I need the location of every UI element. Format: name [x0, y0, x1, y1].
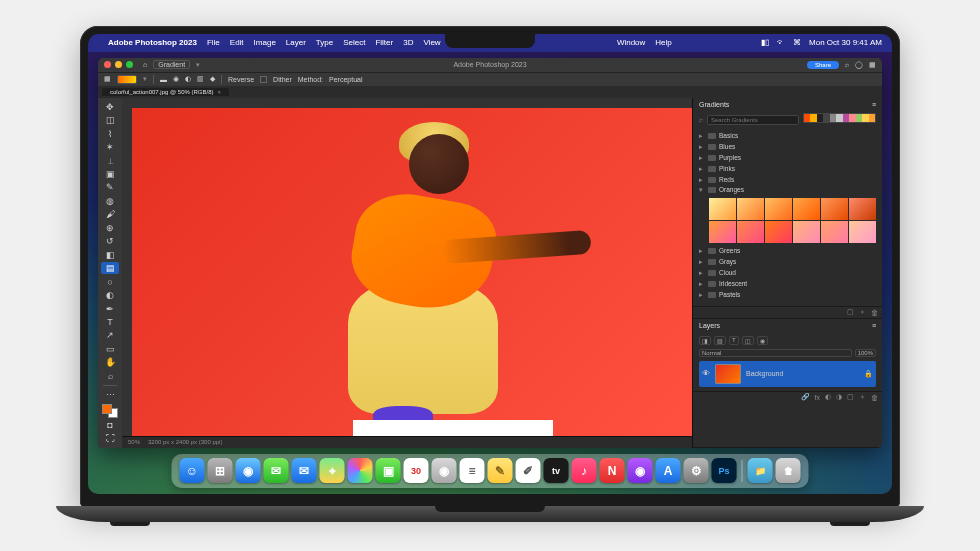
tool-move[interactable]: ✥	[101, 101, 119, 113]
group-icon[interactable]: ▢	[847, 393, 854, 401]
dock-photos[interactable]	[348, 458, 373, 483]
zoom-level[interactable]: 50%	[128, 439, 140, 445]
grad-radial-icon[interactable]: ◉	[173, 75, 179, 83]
dock-safari[interactable]: ◉	[236, 458, 261, 483]
menu-layer[interactable]: Layer	[286, 38, 306, 47]
folder-basics[interactable]: ▸Basics	[699, 131, 876, 141]
dock-tv[interactable]: tv	[544, 458, 569, 483]
menu-select[interactable]: Select	[343, 38, 365, 47]
menu-filter[interactable]: Filter	[375, 38, 393, 47]
tool-eyedrop[interactable]: ✎	[101, 181, 119, 193]
grad-diamond-icon[interactable]: ◆	[210, 75, 215, 83]
panel-menu-icon[interactable]: ≡	[872, 101, 876, 108]
gradients-panel-title[interactable]: Gradients	[699, 101, 729, 108]
grad-reflect-icon[interactable]: ▥	[197, 75, 204, 83]
layers-panel-title[interactable]: Layers	[699, 322, 720, 329]
tool-marquee[interactable]: ◫	[101, 114, 119, 126]
wifi-icon[interactable]: ᯤ	[777, 38, 785, 47]
menu-type[interactable]: Type	[316, 38, 333, 47]
folder-pastels[interactable]: ▸Pastels	[699, 290, 876, 300]
checkbox-icon[interactable]	[260, 76, 267, 83]
dock-finder[interactable]: ☺	[180, 458, 205, 483]
trash-icon[interactable]: 🗑	[871, 309, 878, 316]
gradient-thumbnail[interactable]	[737, 221, 764, 243]
dock-folder[interactable]: 📁	[748, 458, 773, 483]
share-button[interactable]: Share	[807, 61, 839, 69]
gradient-thumbnail[interactable]	[849, 221, 876, 243]
chevron-down-icon[interactable]: ▾	[196, 61, 200, 69]
mask-icon[interactable]: ◐	[825, 393, 831, 401]
layer-filter-row[interactable]: ◨▥T◫◉	[699, 336, 876, 345]
help-icon[interactable]: ◯	[855, 61, 863, 69]
gradient-thumbnail[interactable]	[793, 198, 820, 220]
panel-menu-icon[interactable]: ≡	[872, 322, 876, 329]
doc-info[interactable]: 3200 px x 2400 px (300 ppi)	[148, 439, 222, 445]
tool-lasso[interactable]: ⌇	[101, 127, 119, 139]
search-icon[interactable]: ⌕	[845, 61, 849, 68]
tool-preset-icon[interactable]: ▦	[104, 75, 111, 83]
zoom-button[interactable]	[126, 61, 133, 68]
adjust-icon[interactable]: ◑	[836, 393, 842, 401]
tool-quickmask[interactable]: ◘	[101, 419, 119, 431]
dock-music[interactable]: ♪	[572, 458, 597, 483]
gradient-thumbnail[interactable]	[765, 221, 792, 243]
menu-view[interactable]: View	[423, 38, 440, 47]
menubar-app-name[interactable]: Adobe Photoshop 2023	[108, 38, 197, 47]
dock-calendar[interactable]: 30	[404, 458, 429, 483]
dock-reminders[interactable]: ≡	[460, 458, 485, 483]
gradient-thumbnail[interactable]	[709, 221, 736, 243]
gradient-preview-swatch[interactable]	[117, 75, 137, 84]
opt-dither[interactable]: Dither	[273, 76, 292, 83]
tool-crop[interactable]: ⟂	[101, 154, 119, 166]
dock-launchpad[interactable]: ⊞	[208, 458, 233, 483]
gradient-thumbnail[interactable]	[709, 198, 736, 220]
menu-file[interactable]: File	[207, 38, 220, 47]
folder-greens[interactable]: ▸Greens	[699, 246, 876, 256]
layer-name[interactable]: Background	[746, 370, 783, 377]
layer-thumbnail[interactable]	[715, 364, 741, 384]
canvas[interactable]	[132, 108, 692, 436]
menu-window[interactable]: Window	[617, 38, 645, 47]
gradient-thumbnail[interactable]	[793, 221, 820, 243]
dock-notes[interactable]: ✎	[488, 458, 513, 483]
battery-icon[interactable]: ▮▯	[761, 38, 769, 47]
gradient-quick-strip[interactable]	[803, 113, 876, 123]
dock-news[interactable]: N	[600, 458, 625, 483]
new-layer-icon[interactable]: ＋	[859, 392, 866, 402]
tool-dodge[interactable]: ◐	[101, 289, 119, 301]
chevron-down-icon[interactable]: ▾	[143, 75, 147, 83]
tool-wand[interactable]: ✶	[101, 141, 119, 153]
dock-maps[interactable]: ⌖	[320, 458, 345, 483]
gradient-thumbnail[interactable]	[765, 198, 792, 220]
dock-photoshop[interactable]: Ps	[712, 458, 737, 483]
menu-edit[interactable]: Edit	[230, 38, 244, 47]
dock-settings[interactable]: ⚙	[684, 458, 709, 483]
gradient-thumbnail[interactable]	[737, 198, 764, 220]
menubar-clock[interactable]: Mon Oct 30 9:41 AM	[809, 38, 882, 47]
workspace-icon[interactable]: ▦	[869, 61, 876, 69]
tool-blur[interactable]: ○	[101, 275, 119, 287]
gradient-thumbnail[interactable]	[821, 221, 848, 243]
dock-messages[interactable]: ✉	[264, 458, 289, 483]
dock-trash[interactable]: 🗑	[776, 458, 801, 483]
tool-stamp[interactable]: ⊕	[101, 222, 119, 234]
menu-help[interactable]: Help	[655, 38, 671, 47]
ruler-vertical[interactable]	[122, 108, 132, 436]
tool-zoom[interactable]: ⌕	[101, 370, 119, 382]
dock-mail[interactable]: ✉	[292, 458, 317, 483]
tool-screenmode[interactable]: ⛶	[101, 432, 119, 444]
menu-3d[interactable]: 3D	[403, 38, 413, 47]
gradient-thumbnail[interactable]	[849, 198, 876, 220]
folder-oranges[interactable]: ▾ Oranges	[699, 185, 876, 195]
folder-new-icon[interactable]: ▢	[847, 308, 854, 316]
folder-cloud[interactable]: ▸Cloud	[699, 268, 876, 278]
dock-podcasts[interactable]: ◉	[628, 458, 653, 483]
blend-mode[interactable]: Normal	[699, 349, 852, 357]
tool-pen[interactable]: ✒	[101, 302, 119, 314]
tool-frame[interactable]: ▣	[101, 168, 119, 180]
fx-icon[interactable]: fx	[815, 394, 820, 401]
grad-linear-icon[interactable]: ▬	[160, 76, 167, 83]
folder-pinks[interactable]: ▸Pinks	[699, 164, 876, 174]
close-tab-icon[interactable]: ×	[217, 89, 221, 95]
tool-hand[interactable]: ✋	[101, 356, 119, 368]
